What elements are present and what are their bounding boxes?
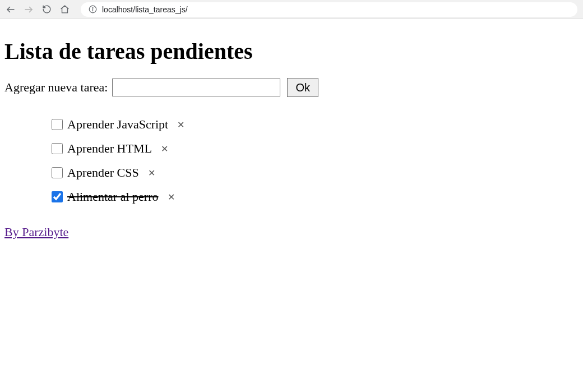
url-text: localhost/lista_tareas_js/ [102, 5, 188, 14]
task-label: Alimentar al perro [67, 185, 159, 209]
address-bar[interactable]: localhost/lista_tareas_js/ [81, 2, 577, 17]
close-icon[interactable]: ✕ [168, 188, 175, 206]
close-icon[interactable]: ✕ [148, 164, 155, 182]
task-label: Aprender CSS [67, 161, 139, 185]
list-item: Aprender JavaScript ✕ [49, 113, 579, 137]
task-checkbox[interactable] [52, 191, 63, 202]
reload-icon[interactable] [41, 4, 52, 15]
home-icon[interactable] [59, 4, 70, 15]
forward-icon[interactable] [24, 4, 34, 15]
ok-button[interactable]: Ok [287, 78, 318, 97]
back-icon[interactable] [6, 4, 16, 15]
list-item: Aprender CSS ✕ [49, 161, 579, 185]
task-label: Aprender JavaScript [67, 113, 168, 137]
page-content: Lista de tareas pendientes Agregar nueva… [0, 19, 583, 244]
new-task-input[interactable] [112, 79, 280, 96]
add-task-form: Agregar nueva tarea: Ok [4, 78, 579, 97]
list-item: Alimentar al perro ✕ [49, 185, 579, 209]
task-checkbox[interactable] [52, 167, 63, 178]
close-icon[interactable]: ✕ [177, 116, 184, 133]
add-task-label: Agregar nueva tarea: [4, 80, 108, 95]
browser-toolbar: localhost/lista_tareas_js/ [0, 0, 583, 19]
task-label: Aprender HTML [67, 137, 152, 161]
list-item: Aprender HTML ✕ [49, 137, 579, 161]
close-icon[interactable]: ✕ [161, 140, 168, 158]
task-list: Aprender JavaScript ✕ Aprender HTML ✕ Ap… [4, 113, 579, 209]
footer-link[interactable]: By Parzibyte [4, 225, 68, 239]
info-icon[interactable] [87, 4, 98, 15]
page-title: Lista de tareas pendientes [4, 38, 579, 64]
task-checkbox[interactable] [52, 143, 63, 154]
svg-point-4 [92, 7, 93, 8]
task-checkbox[interactable] [52, 119, 63, 130]
